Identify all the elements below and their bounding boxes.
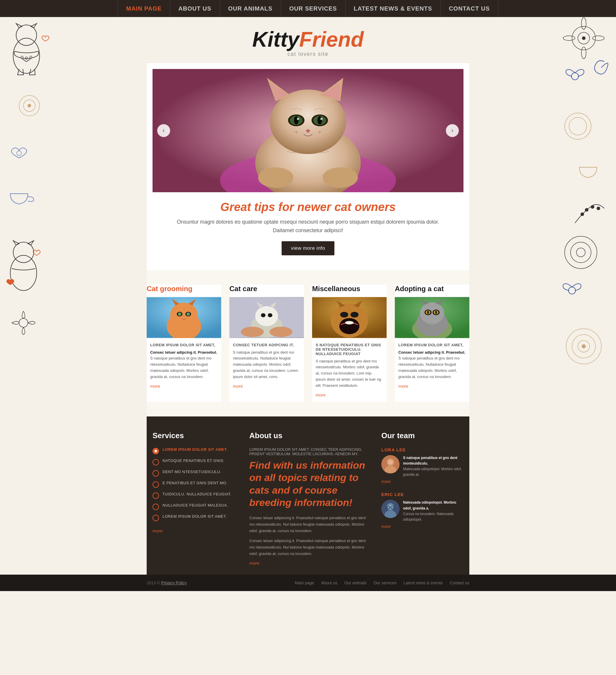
svg-point-33 <box>568 287 576 294</box>
card-misc-body: S NATOQUE PENATIBUS ET GNIS DE Ntessetui… <box>312 343 386 402</box>
svg-point-23 <box>571 73 579 80</box>
svg-point-32 <box>577 248 585 257</box>
svg-marker-14 <box>28 241 34 245</box>
footer-links: Main page About us Our animals Our servi… <box>295 581 469 585</box>
svg-point-1 <box>13 38 39 73</box>
card-adopt-image <box>395 297 469 338</box>
card-grooming-body: LOREM IPSUM DOLOR SIT AMET, Consec tetue… <box>147 343 221 393</box>
nav-main-page[interactable]: MAIN PAGE <box>118 0 170 17</box>
svg-point-20 <box>582 47 586 59</box>
footer-link-2[interactable]: Our animals <box>344 581 366 585</box>
slider-prev[interactable]: ‹ <box>157 124 170 137</box>
service-text-4: TUIDICULU. NULLADUICE FEUGIAT. <box>163 492 232 496</box>
card-adopt-label: LOREM IPSUM DOLOR SIT AMET, <box>399 343 466 347</box>
service-text-0: LOREM IPSUM DOLOR SIT AMET. <box>163 447 228 452</box>
service-item-1[interactable]: NATOQUE PENATIBUS ET GNIS. <box>153 458 235 465</box>
service-item-3[interactable]: E PENATIBUS ET GNIS DENT MO. <box>153 481 235 488</box>
service-item-2[interactable]: DENT MO NTESSETUIDICULU. <box>153 469 235 476</box>
svg-point-103 <box>388 505 393 509</box>
cards-section: Cat grooming <box>147 270 469 417</box>
footer-link-3[interactable]: Our services <box>373 581 397 585</box>
about-title: About us <box>249 431 367 440</box>
svg-point-50 <box>294 116 298 125</box>
logo[interactable]: KittyFriend <box>147 29 469 50</box>
svg-point-81 <box>351 312 358 317</box>
footer-copyright: 2013 © Privacy Policy <box>147 581 187 585</box>
card-grooming-image <box>147 297 221 338</box>
doodle-right <box>557 0 616 675</box>
svg-point-83 <box>345 321 353 324</box>
svg-point-28 <box>597 207 600 210</box>
svg-point-60 <box>170 303 198 327</box>
footer-link-5[interactable]: Contact us <box>450 581 469 585</box>
svg-point-74 <box>241 327 264 337</box>
team-member-0-text: S natoque penatibus et gns dent monteuid… <box>403 455 463 478</box>
svg-point-7 <box>19 95 39 116</box>
svg-point-17 <box>578 32 590 44</box>
hero-image: ‹ › <box>153 69 463 192</box>
service-icon-6 <box>153 515 159 521</box>
service-item-4[interactable]: TUIDICULU. NULLADUICE FEUGIAT. <box>153 492 235 499</box>
card-care-more[interactable]: more <box>233 384 243 389</box>
services-more-link[interactable]: more <box>153 528 163 533</box>
about-more-link[interactable]: more <box>249 560 259 566</box>
team-avatar-0 <box>381 455 400 473</box>
team-member-0-name: LORA LEE <box>381 447 463 452</box>
service-item-5[interactable]: NULLADUICE FEUGIAT MALESUA. <box>153 503 235 510</box>
about-big-text: Find with us information on all topics r… <box>249 459 367 509</box>
slider-next[interactable]: › <box>446 124 459 137</box>
hero-section: ‹ › Great tips for newer cat owners Onsu… <box>147 63 469 270</box>
about-column: About us LOREM IPSUM DOLOR SIT AMET, CON… <box>249 431 367 566</box>
svg-marker-3 <box>31 23 37 28</box>
footer-inner: 2013 © Privacy Policy Main page About us… <box>147 581 469 585</box>
nav-our-services[interactable]: OUR SERVICES <box>281 0 346 17</box>
svg-point-75 <box>270 327 292 337</box>
team-member-0-more[interactable]: more <box>381 479 391 484</box>
card-care-body: CONSEC TETUER ADIPCING IT. S natoque pen… <box>230 343 304 393</box>
svg-point-73 <box>268 313 272 317</box>
card-adopt-body: LOREM IPSUM DOLOR SIT AMET, Consec tetue… <box>395 343 469 393</box>
team-member-1: ERIC LEE <box>381 492 463 529</box>
footer-link-1[interactable]: About us <box>321 581 337 585</box>
about-desc-1: Consec tetuer adipiscing it. Praesebul n… <box>249 515 367 534</box>
svg-point-69 <box>255 306 278 326</box>
footer-privacy-link[interactable]: Privacy Policy <box>161 581 187 585</box>
nav-news-events[interactable]: LATEST NEWS & EVENTS <box>346 0 441 17</box>
services-title: Services <box>153 431 235 440</box>
svg-point-53 <box>320 118 323 120</box>
nav-contact-us[interactable]: CONTACT US <box>441 0 498 17</box>
svg-point-56 <box>258 167 293 188</box>
card-care: Cat care <box>230 285 304 402</box>
service-icon-2 <box>153 470 159 476</box>
footer-link-0[interactable]: Main page <box>295 581 314 585</box>
team-member-0: LORA LEE S natoque penatibus et gns de <box>381 447 463 484</box>
nav-about-us[interactable]: ABOUT US <box>170 0 220 17</box>
service-item-0[interactable]: LOREM IPSUM DOLOR SIT AMET. <box>153 447 235 454</box>
card-adopt-more[interactable]: more <box>399 384 408 389</box>
card-adopt-text: Consec tetuer adipcing it. Praesebul. S … <box>399 350 466 380</box>
svg-point-26 <box>585 208 589 212</box>
svg-marker-13 <box>13 241 19 245</box>
team-member-0-row: S natoque penatibus et gns dent monteuid… <box>381 455 463 478</box>
card-grooming-text: Consec tetuer adipcing it. Praesebul. S … <box>150 350 217 380</box>
team-avatar-1 <box>381 500 400 518</box>
team-member-1-more[interactable]: more <box>381 524 391 529</box>
card-grooming-more[interactable]: more <box>150 384 160 389</box>
svg-point-12 <box>10 255 37 291</box>
nav-bar: MAIN PAGE ABOUT US OUR ANIMALS OUR SERVI… <box>0 0 616 17</box>
service-item-6[interactable]: LOREM IPSUM DOLOR SIT AMET. <box>153 514 235 521</box>
svg-marker-2 <box>16 23 22 28</box>
card-misc-more[interactable]: more <box>316 392 326 397</box>
svg-point-29 <box>581 213 584 216</box>
bottom-section: Services LOREM IPSUM DOLOR SIT AMET. NAT… <box>147 417 469 575</box>
card-misc-label: S NATOQUE PENATIBUS ET GNIS DE Ntessetui… <box>316 343 383 356</box>
footer-link-4[interactable]: Latest news & events <box>404 581 443 585</box>
svg-point-51 <box>318 116 322 125</box>
card-care-title: Cat care <box>230 285 304 293</box>
nav-our-animals[interactable]: OUR ANIMALS <box>220 0 281 17</box>
team-member-1-text: Nalesuada odiopolopol. Morbnc odof, grav… <box>403 500 463 522</box>
card-adopt: Adopting a cat <box>395 285 469 402</box>
hero-cta-button[interactable]: view more info <box>282 241 335 255</box>
svg-point-66 <box>187 312 190 316</box>
svg-point-5 <box>25 57 27 59</box>
